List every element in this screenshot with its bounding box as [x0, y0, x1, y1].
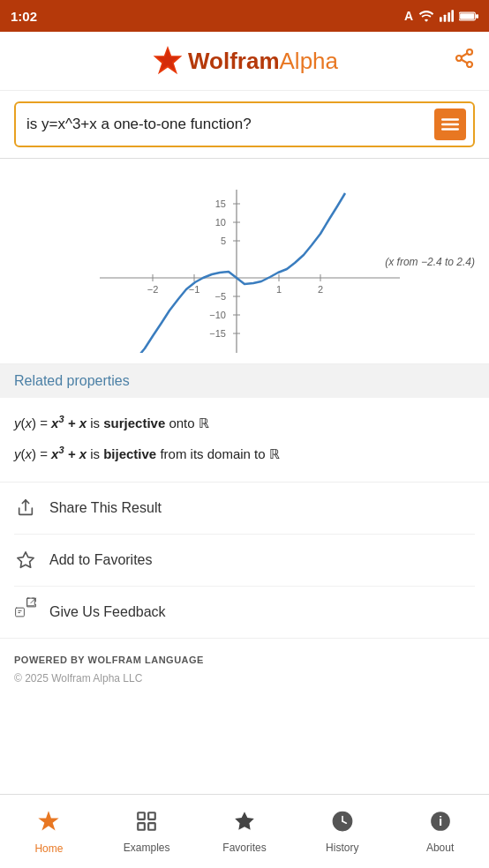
about-icon: i [429, 810, 452, 838]
menu-lines-icon [441, 116, 459, 133]
x-range-label: (x from −2.4 to 2.4) [385, 256, 475, 268]
bottom-nav: Home Examples Favorites [0, 794, 489, 868]
give-feedback-button[interactable]: Give Us Feedback [14, 587, 475, 638]
nav-favorites[interactable]: Favorites [196, 795, 294, 868]
share-result-button[interactable]: Share This Result [14, 483, 475, 535]
svg-line-12 [462, 60, 468, 64]
logo: WolframAlpha [151, 44, 338, 78]
svg-rect-41 [16, 608, 25, 617]
add-to-favorites-label: Add to Favorites [49, 552, 153, 568]
powered-by-section: POWERED BY WOLFRAM LANGUAGE [0, 639, 489, 669]
copyright: © 2025 Wolfram Alpha LLC [0, 669, 489, 699]
graph-area: 15 10 5 −5 −10 −15 −2 [0, 159, 489, 364]
search-container [0, 91, 489, 159]
favorites-label: Favorites [222, 842, 266, 854]
history-icon [331, 810, 354, 838]
related-properties-header: Related properties [0, 364, 489, 398]
svg-rect-14 [441, 118, 459, 121]
nav-examples[interactable]: Examples [98, 795, 196, 868]
svg-text:1: 1 [276, 284, 282, 295]
math-result-1: y(x) = x3 + x is surjective onto ℝ [14, 412, 475, 434]
svg-rect-5 [476, 14, 478, 18]
search-menu-button[interactable] [434, 108, 466, 140]
status-icons: A [404, 9, 478, 23]
svg-text:−10: −10 [209, 310, 226, 320]
home-label: Home [34, 842, 63, 855]
history-label: History [326, 842, 358, 854]
svg-rect-45 [138, 812, 145, 819]
examples-label: Examples [124, 842, 170, 854]
home-icon [36, 809, 61, 839]
svg-rect-6 [460, 13, 474, 19]
svg-rect-1 [444, 15, 447, 22]
svg-text:−2: −2 [147, 284, 159, 295]
svg-marker-49 [235, 812, 254, 830]
svg-rect-42 [27, 598, 35, 606]
svg-rect-0 [440, 17, 442, 21]
svg-rect-15 [441, 123, 459, 126]
signal-icon [440, 10, 454, 22]
svg-marker-40 [18, 552, 34, 567]
svg-rect-47 [138, 823, 145, 830]
nav-home[interactable]: Home [0, 795, 98, 868]
svg-rect-46 [148, 812, 155, 819]
alpha-text: Alpha [280, 48, 339, 74]
wolfram-text: Wolfram [188, 48, 280, 74]
graph-container: 15 10 5 −5 −10 −15 −2 [7, 168, 482, 356]
about-label: About [426, 842, 454, 854]
share-result-label: Share This Result [49, 500, 162, 516]
svg-text:2: 2 [318, 284, 323, 295]
svg-text:5: 5 [221, 236, 226, 246]
svg-rect-3 [451, 10, 454, 21]
search-box [14, 101, 475, 147]
share-button[interactable] [454, 48, 475, 74]
svg-marker-44 [39, 811, 59, 830]
share-action-icon [14, 498, 37, 518]
feedback-action-icon [14, 602, 37, 622]
favorites-icon [233, 810, 256, 838]
math-result-2: y(x) = x3 + x is bijective from its doma… [14, 443, 475, 465]
star-action-icon [14, 550, 37, 570]
svg-rect-16 [441, 128, 459, 131]
svg-text:10: 10 [215, 217, 226, 228]
svg-text:15: 15 [215, 198, 226, 209]
nav-about[interactable]: i About [391, 795, 489, 868]
svg-rect-48 [148, 823, 155, 830]
keyboard-icon: A [404, 9, 413, 23]
add-to-favorites-button[interactable]: Add to Favorites [14, 535, 475, 587]
nav-history[interactable]: History [293, 795, 391, 868]
status-time: 1:02 [11, 9, 37, 24]
math-results: y(x) = x3 + x is surjective onto ℝ y(x) … [0, 398, 489, 483]
search-input[interactable] [26, 116, 434, 133]
wolfram-star-icon [151, 44, 184, 78]
svg-rect-2 [448, 12, 450, 22]
battery-icon [459, 11, 478, 22]
grid-icon [135, 810, 158, 838]
svg-text:−5: −5 [214, 291, 226, 302]
header-title: WolframAlpha [188, 48, 338, 75]
svg-line-13 [462, 54, 468, 57]
svg-text:−15: −15 [209, 328, 226, 339]
action-list: Share This Result Add to Favorites [0, 483, 489, 639]
svg-text:i: i [438, 813, 441, 828]
header: WolframAlpha [0, 32, 489, 91]
wifi-icon [418, 10, 434, 22]
powered-by-label: POWERED BY WOLFRAM LANGUAGE [14, 655, 475, 665]
give-feedback-label: Give Us Feedback [49, 604, 166, 620]
status-bar: 1:02 A [0, 0, 489, 32]
